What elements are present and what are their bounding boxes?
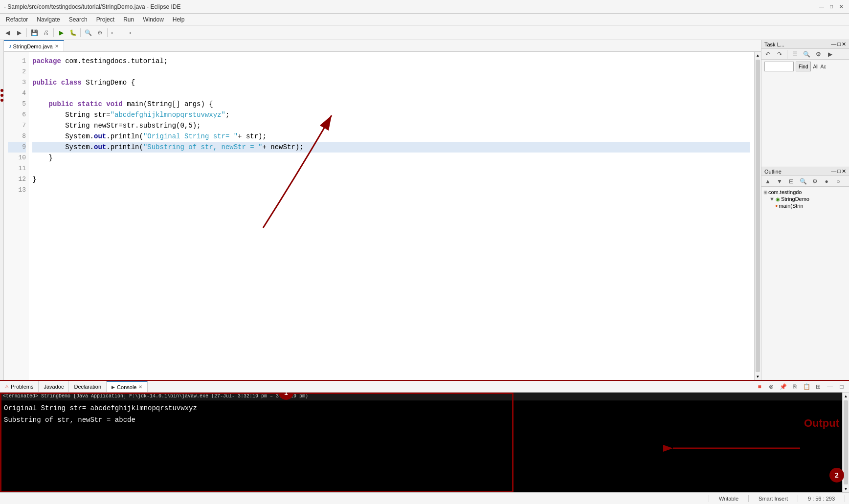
menu-navigate[interactable]: Navigate (33, 15, 64, 24)
toolbar-print[interactable]: 🖨 (41, 27, 51, 38)
console-output-2: Substring of str, newStr = abcde (4, 414, 838, 426)
toolbar-search[interactable]: 🔍 (83, 27, 93, 38)
toolbar-settings[interactable]: ⚙ (94, 27, 105, 38)
console-scroll-thumb[interactable] (844, 400, 848, 484)
menu-help[interactable]: Help (169, 15, 189, 24)
code-editor[interactable]: 1 2 3 4 5 6 7 8 9 10 11 12 13 package co… (4, 52, 761, 380)
editor-tab-label: StringDemo.java (13, 44, 53, 49)
task-toolbar-btn-3[interactable]: ☰ (789, 49, 800, 60)
console-more-btn[interactable]: ⊞ (813, 381, 824, 392)
minimize-button[interactable]: — (818, 3, 826, 11)
toolbar-navigate-back[interactable]: ⟵ (110, 27, 120, 38)
toolbar-forward[interactable]: ▶ (14, 27, 24, 38)
console-stop-btn[interactable]: ■ (754, 381, 765, 392)
code-line-5: public static void main(String[] args) { (32, 99, 750, 110)
close-button[interactable]: ✕ (837, 3, 845, 11)
task-find-button[interactable]: Find (796, 62, 811, 71)
console-minimize-btn[interactable]: — (825, 381, 835, 392)
outline-toolbar-btn-1[interactable]: ▲ (762, 176, 773, 187)
console-scroll-up[interactable]: ▲ (843, 393, 849, 399)
console-output-1: Original String str= abcdefghijklmnopqrs… (4, 402, 838, 414)
menu-project[interactable]: Project (92, 15, 118, 24)
outline-toolbar-btn-6[interactable]: ● (821, 176, 832, 187)
console-tab-close[interactable]: ✕ (138, 384, 142, 390)
breakpoint-1[interactable] (0, 89, 3, 92)
code-line-1: package com.testingdocs.tutorial; (32, 56, 750, 66)
right-panel: Task L... — □ ✕ ↶ ↷ ☰ 🔍 ⚙ ▶ Find All (761, 40, 849, 380)
task-toolbar: ↶ ↷ ☰ 🔍 ⚙ ▶ (761, 49, 849, 60)
output-text: Output (804, 417, 839, 429)
status-sep-3 (798, 495, 798, 502)
code-line-10: } (32, 153, 750, 163)
task-toolbar-btn-4[interactable]: 🔍 (801, 49, 812, 60)
console-paste-btn[interactable]: 📋 (801, 381, 812, 392)
maximize-button[interactable]: □ (827, 3, 835, 11)
outline-toolbar-btn-2[interactable]: ▼ (774, 176, 785, 187)
task-toolbar-btn-6[interactable]: ▶ (825, 49, 835, 60)
code-line-11 (32, 163, 750, 174)
outline-toolbar-btn-4[interactable]: 🔍 (798, 176, 808, 187)
task-minimize-icon[interactable]: — (831, 41, 836, 47)
outline-toolbar-btn-5[interactable]: ⚙ (809, 176, 820, 187)
tab-javadoc[interactable]: Javadoc (39, 381, 69, 392)
outline-toolbar-btn-3[interactable]: ⊟ (786, 176, 797, 187)
breakpoint-3[interactable] (0, 99, 3, 102)
scroll-up-arrow[interactable]: ▲ (755, 52, 761, 59)
editor-tab-close[interactable]: ✕ (55, 44, 59, 49)
status-smart-insert: Smart Insert (759, 496, 788, 502)
circle-1-label: 1 (284, 393, 288, 396)
menu-search[interactable]: Search (65, 15, 91, 24)
task-all-label: All (813, 64, 818, 69)
bottom-tabs: ⚠ Problems Javadoc Declaration ▶ Console… (0, 381, 849, 393)
toolbar-save[interactable]: 💾 (29, 27, 40, 38)
menu-run[interactable]: Run (119, 15, 138, 24)
breakpoint-2[interactable] (0, 94, 3, 97)
tab-console-label: Console (117, 384, 136, 390)
toolbar-run[interactable]: ▶ (56, 27, 67, 38)
outline-close-icon[interactable]: ✕ (842, 168, 846, 175)
editor-tabs: J StringDemo.java ✕ (4, 40, 761, 52)
console-content[interactable]: Original String str= abcdefghijklmnopqrs… (0, 400, 842, 492)
task-toolbar-btn-2[interactable]: ↷ (774, 49, 785, 60)
console-clear-btn[interactable]: ⊗ (766, 381, 777, 392)
outline-item-method[interactable]: ● main(Strin (763, 202, 847, 209)
console-scroll-down[interactable]: ▼ (843, 485, 849, 492)
status-sep-1 (709, 495, 709, 502)
outline-item-class[interactable]: ▼ ◉ StringDemo (763, 196, 847, 202)
toolbar-navigate-forward[interactable]: ⟶ (121, 27, 132, 38)
tab-console[interactable]: ▶ Console ✕ (107, 381, 148, 392)
menu-window[interactable]: Window (139, 15, 168, 24)
console-icon: ▶ (112, 385, 115, 390)
console-copy-btn[interactable]: ⎘ (789, 381, 800, 392)
task-toolbar-btn-1[interactable]: ↶ (762, 49, 773, 60)
tab-problems[interactable]: ⚠ Problems (0, 381, 39, 392)
task-maximize-icon[interactable]: □ (837, 41, 841, 47)
menu-refactor[interactable]: Refactor (2, 15, 32, 24)
task-find-input[interactable] (764, 62, 794, 71)
code-line-6: String str="abcdefghijklmnopqrstuvwxyz"; (32, 110, 750, 120)
status-bar: Writable Smart Insert 9 : 56 : 293 (0, 492, 849, 504)
console-header: <terminated> StringDemo [Java Applicatio… (0, 393, 842, 400)
task-close-icon[interactable]: ✕ (842, 41, 846, 47)
toolbar-back[interactable]: ◀ (2, 27, 13, 38)
console-pin-btn[interactable]: 📌 (778, 381, 788, 392)
code-content[interactable]: package com.testingdocs.tutorial; public… (28, 52, 754, 380)
problems-icon: ⚠ (5, 384, 9, 389)
editor-tab-stringdemo[interactable]: J StringDemo.java ✕ (4, 40, 64, 51)
task-find: Find All Ac (761, 60, 849, 73)
tab-declaration[interactable]: Declaration (69, 381, 107, 392)
output-label: Output (804, 417, 839, 430)
outline-item-package[interactable]: ⊞ com.testingdo (763, 189, 847, 196)
console-maximize-btn[interactable]: □ (836, 381, 847, 392)
code-line-7: String newStr=str.substring(0,5); (32, 120, 750, 131)
code-line-8: System.out.println("Original String str=… (32, 131, 750, 142)
task-toolbar-btn-5[interactable]: ⚙ (813, 49, 824, 60)
scroll-down-arrow[interactable]: ▼ (755, 373, 761, 380)
outline-maximize-icon[interactable]: □ (837, 168, 841, 175)
outline-header: Outline — □ ✕ (761, 167, 849, 176)
scroll-thumb[interactable] (756, 60, 760, 372)
outline-minimize-icon[interactable]: — (831, 168, 836, 175)
editor-scrollbar[interactable]: ▲ ▼ (754, 52, 761, 380)
toolbar-debug[interactable]: 🐛 (67, 27, 78, 38)
outline-toolbar-btn-7[interactable]: ○ (833, 176, 844, 187)
